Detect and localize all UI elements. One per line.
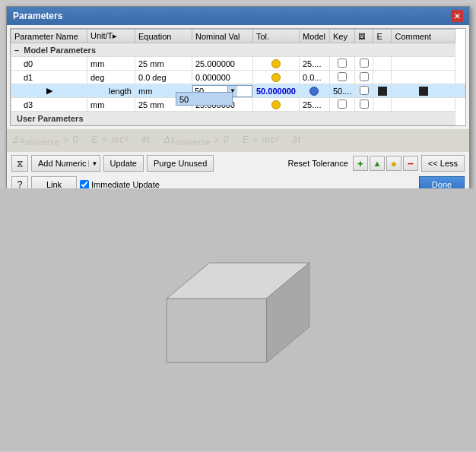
param-tol-d3 (252, 98, 299, 112)
3d-box-svg (124, 236, 352, 403)
col-header-e: E (373, 30, 392, 43)
3d-box (124, 236, 352, 403)
col-header-model: Model (299, 30, 329, 43)
param-comment-d1[interactable] (392, 71, 455, 84)
filter-icon: ⧖ (17, 158, 23, 169)
black-square-icon2 (419, 87, 428, 96)
tol-dot-yellow-d3 (271, 100, 281, 109)
param-e-d0 (373, 57, 392, 71)
param-img-d1[interactable] (355, 71, 373, 84)
tol-triangle-icon: ▲ (373, 159, 381, 168)
param-key-d0[interactable] (329, 57, 354, 71)
img-checkbox-d0[interactable] (360, 58, 369, 68)
param-model-d3: 25.... (299, 98, 329, 112)
param-e-d3 (373, 98, 392, 112)
table-header-row: Parameter Name Unit/T▸ Equation Nominal … (11, 30, 465, 43)
tol-minus-icon: – (408, 157, 414, 169)
reset-tolerance-label: Reset Tolerance (288, 159, 348, 168)
add-numeric-dropdown-arrow[interactable]: ▼ (88, 160, 98, 167)
table-row: d1 deg 0.0 deg 0.000000 0.0... (11, 71, 465, 84)
tol-dot-yellow (271, 59, 281, 68)
table-row-length: ▶ length mm ▼ 50.000000 50.... (11, 84, 465, 98)
param-comment-d0[interactable] (392, 57, 455, 71)
add-numeric-label: Add Numeric (38, 159, 87, 168)
group-model-parameters: – Model Parameters (11, 43, 465, 57)
param-nominal-d0: 25.000000 (192, 57, 252, 71)
less-button[interactable]: << Less (421, 155, 465, 172)
add-numeric-button[interactable]: Add Numeric ▼ (31, 155, 100, 172)
key-checkbox-d1[interactable] (338, 72, 347, 81)
3d-viewport (0, 188, 476, 450)
close-button[interactable]: ✕ (451, 10, 463, 22)
param-name-d0: d0 (11, 57, 87, 71)
group-user-parameters: User Parameters (11, 112, 465, 125)
title-bar: Parameters ✕ (7, 7, 469, 25)
dropdown-item[interactable]: 50 (176, 93, 232, 105)
row-arrow-cell: ▶ (11, 84, 87, 98)
param-img-length[interactable] (373, 84, 392, 98)
purge-unused-button[interactable]: Purge Unused (147, 155, 214, 172)
col-header-comment: Comment (392, 30, 455, 43)
tol-minus-button[interactable]: – (403, 156, 418, 171)
toolbar-row-1: ⧖ Add Numeric ▼ Update Purge Unused Rese… (11, 155, 465, 172)
tol-dot-yellow-d1 (271, 73, 281, 82)
param-tol-d0 (252, 57, 299, 71)
param-tol-d1 (252, 71, 299, 84)
parameters-table: Parameter Name Unit/T▸ Equation Nominal … (11, 29, 465, 125)
key-checkbox-d0[interactable] (338, 58, 347, 68)
filter-button[interactable]: ⧖ (11, 155, 28, 172)
equation-dropdown-popup[interactable]: 50 (176, 92, 233, 106)
param-img-d0[interactable] (355, 57, 373, 71)
col-header-unit: Unit/T▸ (87, 30, 135, 43)
watermark-text: Δsuniverse > 0 E = mc² ∂t Δsuniverse > 0… (13, 134, 301, 147)
param-key-d1[interactable] (329, 71, 354, 84)
param-nominal-d1: 0.000000 (192, 71, 252, 84)
param-model-length: 50.... (329, 84, 354, 98)
img-checkbox-d1[interactable] (360, 72, 369, 81)
group-expand-icon[interactable]: – (14, 46, 19, 55)
tol-circle-button[interactable]: ● (386, 156, 401, 171)
key-checkbox-d3[interactable] (338, 100, 347, 109)
tolerance-icons: + ▲ ● – (353, 156, 418, 171)
param-model-d0: 25.... (299, 57, 329, 71)
col-header-tol: Tol. (252, 30, 299, 43)
param-unit-d1: deg (87, 71, 135, 84)
svg-marker-0 (167, 298, 266, 362)
param-comment-d3[interactable] (392, 98, 455, 112)
param-name-d3: d3 (11, 98, 87, 112)
tol-plus-button[interactable]: + (353, 156, 368, 171)
tol-circle-icon: ● (391, 158, 397, 169)
dialog-title: Parameters (13, 11, 62, 21)
col-header-key: Key (329, 30, 354, 43)
param-key-d3[interactable] (329, 98, 354, 112)
parameters-table-container: Parameter Name Unit/T▸ Equation Nominal … (10, 28, 466, 126)
param-e-length (392, 84, 455, 98)
col-header-nominal: Nominal Val (192, 30, 252, 43)
table-row: d3 mm 25 mm 25.000000 25.... (11, 98, 465, 112)
param-unit-d3: mm (87, 98, 135, 112)
param-key-length[interactable] (355, 84, 373, 98)
update-button[interactable]: Update (103, 155, 144, 172)
param-equation-d1[interactable]: 0.0 deg (135, 71, 192, 84)
param-model-d1: 0.0... (299, 71, 329, 84)
param-comment-length[interactable] (455, 84, 465, 98)
param-unit-d0: mm (87, 57, 135, 71)
param-nominal-length: 50.000000 (252, 84, 299, 98)
param-e-d1 (373, 71, 392, 84)
table-row: d0 mm 25 mm 25.000000 25.... (11, 57, 465, 71)
tol-dot-blue (309, 87, 319, 96)
col-header-name: Parameter Name (11, 30, 87, 43)
param-equation-d0[interactable]: 25 mm (135, 57, 192, 71)
col-header-equation: Equation (135, 30, 192, 43)
watermark-strip: Δsuniverse > 0 E = mc² ∂t Δsuniverse > 0… (7, 129, 469, 152)
param-name-length: length (87, 84, 135, 98)
col-header-icon: 🖼 (355, 30, 373, 43)
param-name-d1: d1 (11, 71, 87, 84)
key-checkbox-length[interactable] (360, 86, 369, 95)
img-checkbox-d3[interactable] (360, 100, 369, 109)
param-img-d3[interactable] (355, 98, 373, 112)
black-square-icon (378, 87, 387, 96)
parameters-dialog: Parameters ✕ Parameter Name Unit/T▸ Equa… (6, 6, 470, 197)
tol-triangle-button[interactable]: ▲ (370, 156, 385, 171)
param-tol-length (299, 84, 329, 98)
